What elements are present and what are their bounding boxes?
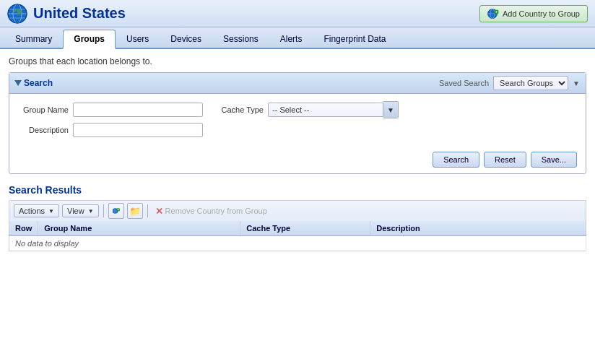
col-header-group-name: Group Name (38, 221, 240, 236)
table-body: No data to display (9, 236, 586, 251)
actions-label: Actions (19, 207, 45, 215)
results-toolbar: Actions ▼ View ▼ 📁 ✕ Remove Country from… (9, 200, 586, 221)
folder-button[interactable]: 📁 (127, 203, 143, 219)
form-row-group-cache: Group Name Cache Type -- Select -- ▼ (18, 101, 577, 118)
intro-text: Groups that each location belongs to. (9, 56, 586, 66)
search-panel: Search Saved Search Search Groups ▼ Grou… (9, 72, 586, 174)
no-data-cell: No data to display (9, 236, 586, 251)
cache-type-label: Cache Type (213, 105, 264, 114)
search-panel-title: Search (15, 78, 53, 88)
remove-x-icon: ✕ (155, 206, 163, 217)
saved-search-dropdown-icon: ▼ (573, 79, 580, 87)
saved-search-select[interactable]: Search Groups (493, 76, 568, 90)
actions-chevron-icon: ▼ (48, 208, 54, 214)
collapse-icon[interactable] (14, 80, 22, 86)
grid-action-button[interactable] (108, 203, 124, 219)
main-content: Groups that each location belongs to. Se… (0, 49, 595, 259)
col-header-cache-type: Cache Type (240, 221, 370, 236)
add-country-label: Add Country to Group (503, 9, 580, 18)
saved-search-label: Saved Search (439, 79, 489, 87)
view-button[interactable]: View ▼ (62, 204, 99, 217)
group-name-label: Group Name (18, 105, 69, 114)
globe-icon (7, 4, 27, 24)
tab-devices[interactable]: Devices (160, 30, 212, 48)
group-name-input[interactable] (73, 103, 203, 117)
toolbar-separator-1 (103, 204, 104, 217)
tab-summary[interactable]: Summary (4, 30, 63, 48)
tab-groups[interactable]: Groups (63, 30, 116, 49)
search-title-label: Search (24, 78, 53, 88)
results-table: Row Group Name Cache Type Description No… (9, 221, 586, 251)
reset-button[interactable]: Reset (484, 152, 526, 168)
actions-button[interactable]: Actions ▼ (14, 204, 59, 217)
col-header-row: Row (9, 221, 38, 236)
description-label: Description (18, 126, 69, 134)
cache-type-select-wrap: -- Select -- ▼ (268, 101, 399, 118)
cache-type-select[interactable]: -- Select -- (268, 103, 383, 117)
table-header: Row Group Name Cache Type Description (9, 221, 586, 236)
remove-country-button[interactable]: ✕ Remove Country from Group (152, 204, 270, 218)
col-header-description: Description (370, 221, 586, 236)
form-row-description: Description (18, 123, 577, 137)
tab-fingerprint-data[interactable]: Fingerprint Data (313, 30, 396, 48)
tab-users[interactable]: Users (116, 30, 160, 48)
description-input[interactable] (73, 123, 203, 137)
tabs-bar: Summary Groups Users Devices Sessions Al… (0, 27, 595, 49)
toolbar-separator-2 (147, 204, 148, 217)
search-button[interactable]: Search (433, 152, 479, 168)
view-chevron-icon: ▼ (88, 208, 94, 214)
description-group: Description (18, 123, 203, 137)
remove-country-label: Remove Country from Group (165, 207, 267, 215)
add-country-button[interactable]: Add Country to Group (479, 5, 588, 22)
cache-type-group: Cache Type -- Select -- ▼ (213, 101, 399, 118)
search-form: Group Name Cache Type -- Select -- ▼ Des… (9, 94, 586, 149)
saved-search-area: Saved Search Search Groups ▼ (439, 76, 580, 90)
page-title: United States (33, 5, 126, 22)
tab-alerts[interactable]: Alerts (269, 30, 313, 48)
save-button[interactable]: Save... (531, 152, 577, 168)
folder-icon: 📁 (129, 206, 141, 217)
view-label: View (67, 207, 84, 215)
add-to-group-icon (113, 207, 120, 215)
title-area: United States (7, 4, 126, 24)
cache-type-arrow[interactable]: ▼ (383, 101, 399, 118)
add-country-icon (487, 9, 499, 19)
page-header: United States Add Country to Group (0, 0, 595, 27)
group-name-group: Group Name (18, 103, 203, 117)
search-panel-header: Search Saved Search Search Groups ▼ (9, 73, 586, 94)
search-results-title: Search Results (9, 184, 586, 196)
tab-sessions[interactable]: Sessions (212, 30, 269, 48)
table-row-no-data: No data to display (9, 236, 586, 251)
search-buttons: Search Reset Save... (9, 149, 586, 173)
